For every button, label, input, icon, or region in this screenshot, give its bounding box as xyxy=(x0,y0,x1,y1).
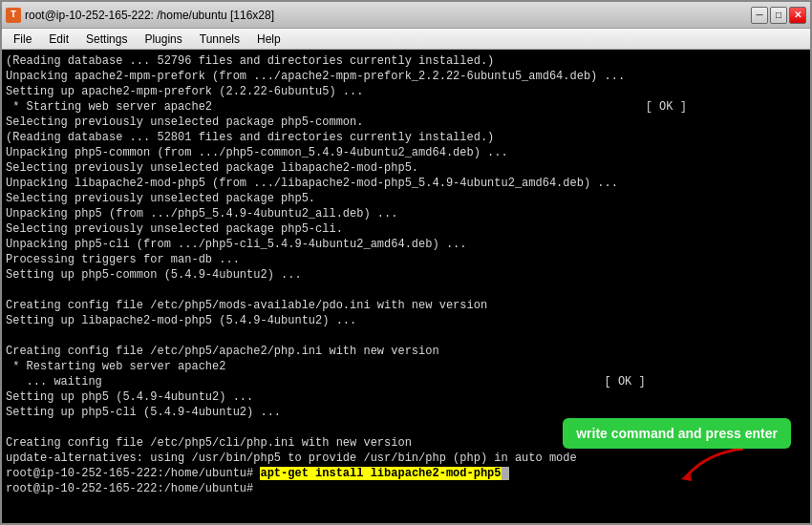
terminal-area[interactable]: (Reading database ... 52796 files and di… xyxy=(2,50,810,523)
title-bar: T root@ip-10-252-165-222: /home/ubuntu [… xyxy=(2,2,810,29)
menu-settings[interactable]: Settings xyxy=(78,31,135,48)
menu-tunnels[interactable]: Tunnels xyxy=(192,31,247,48)
terminal-window: T root@ip-10-252-165-222: /home/ubuntu [… xyxy=(0,0,812,525)
maximize-button[interactable]: □ xyxy=(770,7,787,24)
title-bar-left: T root@ip-10-252-165-222: /home/ubuntu [… xyxy=(6,8,274,23)
menu-plugins[interactable]: Plugins xyxy=(137,31,189,48)
title-bar-buttons: ─ □ ✕ xyxy=(751,7,806,24)
minimize-button[interactable]: ─ xyxy=(751,7,768,24)
menu-file[interactable]: File xyxy=(6,31,39,48)
menu-bar: File Edit Settings Plugins Tunnels Help xyxy=(2,29,810,50)
window-title: root@ip-10-252-165-222: /home/ubuntu [11… xyxy=(25,9,274,22)
app-icon: T xyxy=(6,8,21,23)
menu-help[interactable]: Help xyxy=(249,31,288,48)
close-button[interactable]: ✕ xyxy=(789,7,806,24)
menu-edit[interactable]: Edit xyxy=(41,31,76,48)
terminal-output[interactable]: (Reading database ... 52796 files and di… xyxy=(2,50,810,523)
